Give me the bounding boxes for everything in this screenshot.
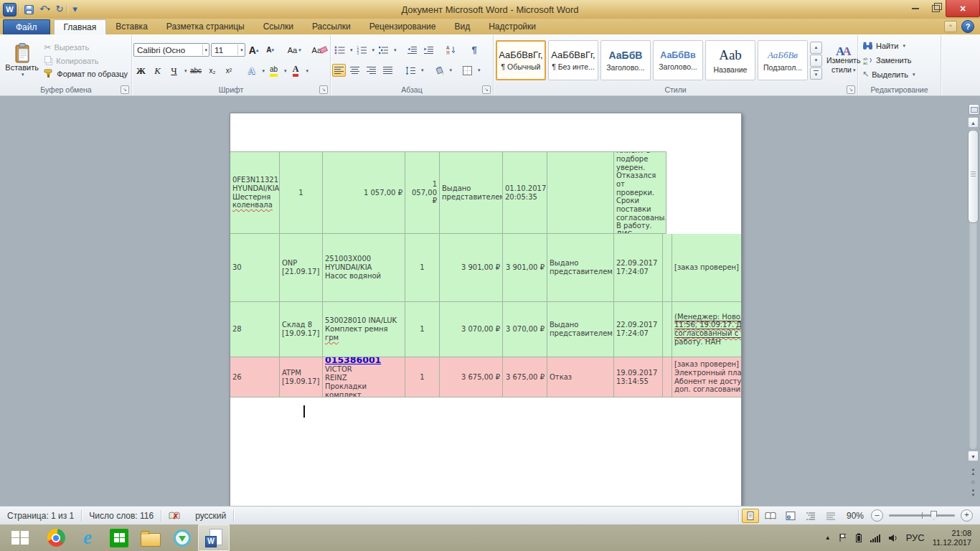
proofing-status[interactable]: ✗ <box>161 511 188 520</box>
table-cell[interactable]: 1 <box>280 151 323 234</box>
select-dropdown-icon[interactable]: ▾ <box>913 72 915 77</box>
copy-button[interactable]: Копировать <box>42 55 130 66</box>
undo-dropdown-icon[interactable]: ▾ <box>47 6 50 11</box>
style-card[interactable]: АаБбВвЗаголово... <box>653 40 703 80</box>
tab-Главная[interactable]: Главная <box>54 19 107 34</box>
highlight-color-button[interactable]: ab <box>266 65 281 77</box>
ruler-toggle-button[interactable] <box>969 104 979 115</box>
borders-button[interactable] <box>460 64 475 77</box>
font-color-button[interactable]: А <box>288 65 303 77</box>
change-case-button[interactable]: Аа▾ <box>286 44 303 57</box>
underline-dropdown-icon[interactable]: ▾ <box>184 68 187 74</box>
select-browse-object-button[interactable]: ○ <box>968 479 979 486</box>
text-effects-button[interactable]: А <box>245 65 260 77</box>
taskbar-store-button[interactable] <box>103 524 135 551</box>
zoom-slider[interactable] <box>889 514 955 517</box>
restore-button[interactable] <box>925 0 946 17</box>
table-cell[interactable]: 3 675,00 ₽ <box>503 357 547 397</box>
tab-Файл[interactable]: Файл <box>3 19 50 34</box>
tab-Рассылки[interactable]: Рассылки <box>303 19 360 34</box>
cut-button[interactable]: ✂ Вырезать <box>42 42 130 53</box>
italic-button[interactable]: К <box>150 65 165 77</box>
replace-button[interactable]: abac Заменить <box>862 56 915 65</box>
table-cell[interactable]: Выданопредставителем <box>547 234 614 302</box>
table-cell[interactable]: Выданопредставителем <box>547 302 614 357</box>
table-cell[interactable]: (Менеджер: Новож11:56, 19.09.17. Дсоглас… <box>672 302 742 357</box>
bold-button[interactable]: Ж <box>133 65 149 77</box>
tab-Надстройки[interactable]: Надстройки <box>479 19 545 34</box>
zoom-out-button[interactable]: – <box>871 509 883 522</box>
save-button[interactable] <box>23 5 35 14</box>
taskbar-explorer-button[interactable] <box>135 524 166 551</box>
table-cell[interactable]: 530028010 INA/LUKКомплект ремня грм <box>323 302 405 357</box>
text-effects-dropdown-icon[interactable]: ▾ <box>263 68 265 74</box>
table-cell[interactable]: 3 070,00 ₽ <box>440 302 503 357</box>
table-cell[interactable] <box>663 302 672 357</box>
font-size-dropdown-icon[interactable]: ▾ <box>237 44 243 55</box>
clipboard-dialog-launcher[interactable]: ↘ <box>121 85 129 94</box>
style-card[interactable]: АаБбВвГг,¶ Обычный <box>496 40 546 80</box>
table-cell[interactable]: 3 675,00 ₽ <box>440 357 503 397</box>
superscript-button[interactable]: x² <box>222 65 237 77</box>
previous-page-button[interactable]: ▲▲ <box>968 467 979 476</box>
start-button[interactable] <box>0 524 40 551</box>
underline-button[interactable]: Ч <box>166 65 182 77</box>
shading-button[interactable] <box>432 64 447 77</box>
table-cell[interactable]: 1 <box>405 357 440 397</box>
style-card[interactable]: АаБбВвПодзагол... <box>758 40 808 80</box>
minimize-button[interactable] <box>905 0 925 17</box>
table-cell[interactable] <box>663 234 672 302</box>
align-center-button[interactable] <box>347 64 362 77</box>
table-cell[interactable]: [заказ проверен] <box>672 234 742 302</box>
page-indicator[interactable]: Страница: 1 из 1 <box>0 511 81 521</box>
next-page-button[interactable]: ▼▼ <box>968 489 979 497</box>
numbering-button[interactable]: 123 <box>354 44 369 57</box>
table-cell[interactable]: 30 <box>230 234 280 302</box>
table-cell[interactable]: Отказ <box>547 357 614 397</box>
tab-Ссылки[interactable]: Ссылки <box>254 19 303 34</box>
table-cell[interactable]: 1 057,00 ₽ <box>323 151 405 234</box>
redo-button[interactable]: ↻ <box>54 4 65 15</box>
table-cell[interactable]: Склад 8[19.09.17] <box>280 302 323 357</box>
subscript-button[interactable]: x₂ <box>205 65 220 77</box>
tab-Вставка[interactable]: Вставка <box>106 19 157 34</box>
part-number-link[interactable]: 015386001 <box>325 357 381 365</box>
table-cell[interactable]: 01.10.201720:05:35 <box>503 151 547 234</box>
tray-expand-button[interactable]: ▲ <box>825 534 831 541</box>
table-cell[interactable]: 1 <box>405 302 440 357</box>
table-cell[interactable]: 22.09.201717:24:07 <box>614 234 663 302</box>
taskbar-word-button[interactable]: W <box>198 524 230 551</box>
document-page[interactable]: 0FE3N11321HYUNDAI/KIAШестерняколенвала11… <box>230 113 742 506</box>
justify-button[interactable] <box>380 64 395 77</box>
table-cell[interactable]: ONP[21.09.17] <box>280 234 323 302</box>
table-cell[interactable]: 3 070,00 ₽ <box>503 302 547 357</box>
table-cell[interactable]: 015386001 VICTORREINZПрокладки комплект <box>323 357 405 397</box>
undo-button[interactable]: ↶▾ <box>38 4 51 15</box>
taskbar-chrome-button[interactable] <box>40 524 72 551</box>
decrease-indent-button[interactable] <box>405 44 420 57</box>
shading-dropdown-icon[interactable]: ▾ <box>450 67 453 73</box>
view-web-layout-button[interactable] <box>782 509 799 523</box>
view-print-layout-button[interactable] <box>742 509 759 523</box>
find-button[interactable]: Найти ▾ <box>862 42 915 50</box>
grow-font-button[interactable]: А▲ <box>247 44 262 57</box>
styles-scroll-down-button[interactable]: ▼ <box>810 55 822 67</box>
align-right-button[interactable] <box>364 64 379 77</box>
table-cell[interactable]: 19.09.201713:14:55 <box>614 357 663 397</box>
clear-formatting-button[interactable]: Аа <box>311 44 329 57</box>
borders-dropdown-icon[interactable]: ▾ <box>478 67 481 73</box>
scroll-down-button[interactable]: ▼ <box>968 451 979 461</box>
tab-Рецензирование[interactable]: Рецензирование <box>360 19 446 34</box>
table-cell[interactable]: Клиент вподбореуверен.Отказался отпровер… <box>614 151 666 234</box>
qat-customize-button[interactable]: ▾ <box>71 4 79 15</box>
table-cell[interactable]: Выданопредставителем <box>440 151 503 234</box>
language-indicator[interactable]: русский <box>188 511 233 521</box>
numbering-dropdown-icon[interactable]: ▾ <box>372 47 375 53</box>
show-paragraph-marks-button[interactable]: ¶ <box>467 44 482 57</box>
clock[interactable]: 21:08 11.12.2017 <box>933 529 971 547</box>
view-draft-button[interactable] <box>822 509 839 523</box>
taskbar-download-manager-button[interactable] <box>166 524 198 551</box>
increase-indent-button[interactable] <box>421 44 436 57</box>
paste-button[interactable]: Вставить ▾ <box>2 36 42 85</box>
help-button[interactable]: ? <box>961 20 974 33</box>
